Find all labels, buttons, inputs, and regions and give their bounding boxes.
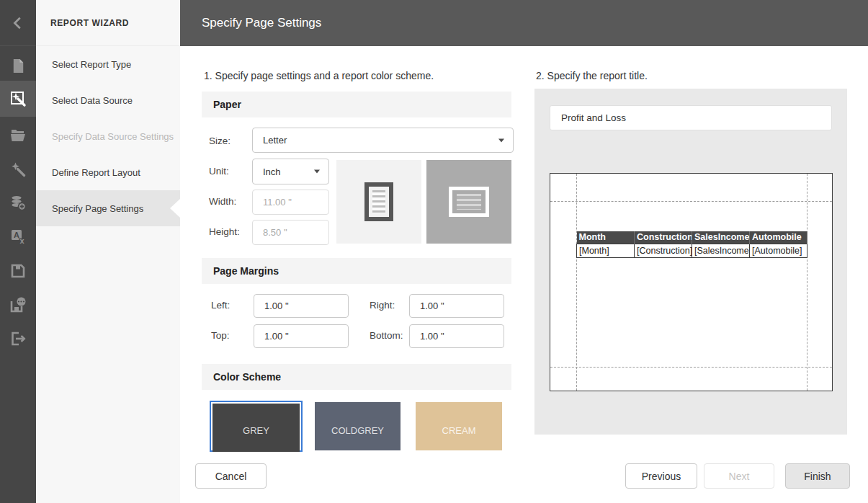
margin-bottom-label: Bottom: — [370, 330, 403, 341]
margin-left-field[interactable] — [254, 294, 349, 318]
save-icon — [9, 262, 27, 280]
color-scheme-section-label: Color Scheme — [213, 371, 281, 383]
chevron-left-icon — [10, 15, 26, 31]
unit-value: Inch — [263, 166, 281, 177]
report-page-preview: Month Construction SalesIncome Automobil… — [550, 173, 833, 391]
right-margin-guide — [807, 174, 807, 391]
previous-button[interactable]: Previous — [625, 463, 697, 489]
exit-icon — [9, 330, 27, 347]
unit-label: Unit: — [209, 166, 229, 177]
color-scheme-grey[interactable]: GREY — [210, 401, 303, 452]
open-folder-icon — [9, 127, 27, 144]
preview-field-cell: [Construction] — [635, 244, 692, 257]
wizard-panel-title: REPORT WIZARD — [36, 0, 180, 46]
preview-col-header: Automobile — [750, 231, 807, 244]
preview-col-header: SalesIncome — [692, 231, 750, 244]
size-label: Size: — [209, 135, 231, 146]
title-instruction: 2. Specify the report title. — [536, 70, 648, 81]
preview-col-header: Construction — [635, 231, 692, 244]
preview-col-header: Month — [577, 231, 635, 244]
margin-bottom-field[interactable] — [409, 324, 504, 348]
collapse-panel-button[interactable] — [0, 0, 36, 46]
report-title-input[interactable] — [550, 105, 832, 130]
save-as-icon — [9, 295, 27, 314]
paper-size-value: Letter — [263, 135, 287, 146]
preview-table: Month Construction SalesIncome Automobil… — [576, 231, 807, 258]
step-select-data-source[interactable]: Select Data Source — [36, 82, 180, 118]
step-specify-page-settings[interactable]: Specify Page Settings — [36, 190, 180, 226]
chevron-down-icon — [498, 138, 504, 142]
rail-item-report-wizard[interactable] — [0, 81, 36, 117]
step-define-report-layout[interactable]: Define Report Layout — [36, 154, 180, 190]
margins-section-band: Page Margins — [202, 258, 511, 284]
preview-data-row: [Month] [Construction] [SalesIncome] [Au… — [577, 244, 807, 257]
rail-item-open-report[interactable] — [0, 118, 36, 152]
color-scheme-cream[interactable]: CREAM — [416, 402, 502, 450]
chevron-down-icon — [314, 170, 320, 174]
step-specify-data-source-settings: Specify Data Source Settings — [36, 118, 180, 154]
preview-field-cell: [Automobile] — [750, 244, 807, 257]
portrait-page-icon — [364, 182, 393, 221]
margin-left-label: Left: — [211, 300, 230, 311]
rail-item-design-wizard[interactable] — [0, 152, 36, 186]
report-wizard-icon — [9, 89, 27, 108]
page-title: Specify Page Settings — [202, 16, 321, 30]
unit-select[interactable]: Inch — [252, 159, 329, 184]
grey-swatch-label: GREY — [211, 425, 301, 436]
color-scheme-coldgrey[interactable]: COLDGREY — [315, 402, 401, 450]
landscape-page-icon — [449, 187, 489, 217]
next-button: Next — [704, 463, 774, 489]
paper-size-select[interactable]: Letter — [252, 128, 514, 153]
finish-button[interactable]: Finish — [785, 463, 850, 489]
height-label: Height: — [209, 226, 240, 237]
step-select-report-type[interactable]: Select Report Type — [36, 46, 180, 82]
rail-item-save-as[interactable] — [0, 288, 36, 321]
wizard-step-panel: REPORT WIZARD Select Report Type Select … — [36, 0, 180, 503]
add-datasource-icon — [9, 194, 27, 212]
document-icon — [10, 58, 27, 74]
rail-item-new-document[interactable] — [0, 49, 36, 83]
height-field[interactable] — [252, 220, 329, 245]
rail-item-localization[interactable]: A x — [0, 220, 36, 254]
page-header: Specify Page Settings — [180, 0, 868, 46]
preview-header-row: Month Construction SalesIncome Automobil… — [577, 231, 807, 244]
margin-top-label: Top: — [211, 330, 230, 341]
margin-top-field[interactable] — [254, 324, 349, 348]
color-scheme-section-band: Color Scheme — [202, 364, 511, 390]
orientation-landscape-tile[interactable] — [426, 160, 511, 244]
cream-swatch-label: CREAM — [416, 425, 502, 436]
cancel-button[interactable]: Cancel — [195, 463, 267, 489]
icon-rail: A x — [0, 0, 36, 503]
preview-field-cell: [Month] — [577, 244, 635, 257]
svg-text:A: A — [14, 231, 19, 239]
top-margin-guide — [550, 201, 832, 202]
coldgrey-swatch-label: COLDGREY — [315, 425, 401, 436]
rail-item-save[interactable] — [0, 254, 36, 288]
paper-section-band: Paper — [202, 92, 511, 117]
margins-section-label: Page Margins — [213, 265, 279, 277]
svg-text:x: x — [19, 236, 24, 245]
settings-instruction: 1. Specify page settings and a report co… — [204, 70, 434, 81]
bottom-margin-guide — [550, 367, 832, 368]
report-wizard-window: A x — [0, 0, 868, 503]
preview-field-cell: [SalesIncome] — [692, 244, 750, 257]
orientation-portrait-tile[interactable] — [336, 160, 421, 244]
localization-icon: A x — [9, 228, 27, 246]
paper-section-label: Paper — [213, 99, 241, 110]
left-margin-guide — [576, 174, 577, 391]
width-label: Width: — [209, 196, 236, 207]
margin-right-field[interactable] — [409, 294, 504, 318]
margin-right-label: Right: — [370, 300, 395, 311]
rail-item-exit[interactable] — [0, 321, 36, 355]
magic-wand-icon — [9, 161, 27, 178]
width-field[interactable] — [252, 190, 329, 215]
report-title-panel: Month Construction SalesIncome Automobil… — [534, 89, 847, 435]
rail-item-add-datasource[interactable] — [0, 186, 36, 220]
